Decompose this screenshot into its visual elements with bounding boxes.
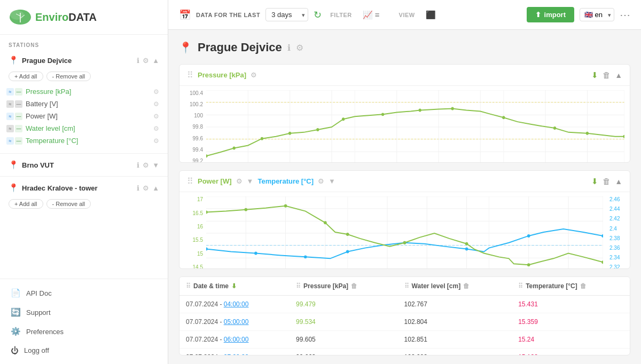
th-water: ⠿ Water level [cm] 🗑 bbox=[398, 277, 512, 296]
svg-point-26 bbox=[233, 146, 236, 149]
time-link-1[interactable]: 04:00:00 bbox=[224, 300, 249, 308]
drag-handle-temp-col[interactable]: ⠿ bbox=[518, 282, 523, 290]
view-icon-button[interactable]: ⬛ bbox=[426, 10, 436, 20]
power-chart-filter[interactable]: ▼ bbox=[247, 177, 254, 185]
power-temp-chart-svg bbox=[206, 196, 603, 269]
add-all-button-prague[interactable]: + Add all bbox=[9, 72, 43, 81]
api-doc-label: API Doc bbox=[26, 289, 52, 297]
time-link-2[interactable]: 05:00:00 bbox=[224, 318, 249, 326]
svg-point-29 bbox=[316, 128, 319, 131]
delete-icon-temp-col[interactable]: 🗑 bbox=[580, 282, 587, 290]
drag-handle-datetime[interactable]: ⠿ bbox=[186, 282, 191, 290]
station-item-hradec[interactable]: 📍 Hradec Kralove - tower ℹ ⚙ ▲ bbox=[0, 179, 168, 197]
date-text-1: 07.07.2024 - bbox=[186, 300, 224, 308]
logo-area: EnviroDATA bbox=[0, 0, 168, 35]
days-select[interactable]: 3 days 7 days 14 days 30 days bbox=[265, 8, 308, 21]
cell-date-3: 07.07.2024 - 06:00:00 bbox=[179, 331, 290, 349]
cell-pressure-3: 99.605 bbox=[290, 331, 398, 349]
page-info-icon[interactable]: ℹ bbox=[287, 43, 291, 53]
temp-chart-title: Temperature [°C] bbox=[257, 177, 314, 185]
gear-icon-power[interactable]: ⚙ bbox=[153, 113, 159, 120]
sensor-item-battery[interactable]: ≈ — Battery [V] ⚙ bbox=[0, 98, 168, 110]
temp-chart-filter[interactable]: ▼ bbox=[329, 177, 335, 185]
remove-all-button-hradec[interactable]: - Remove all bbox=[46, 199, 91, 209]
power-chart-gear[interactable]: ⚙ bbox=[236, 177, 243, 185]
footer-item-api-doc[interactable]: 📄 API Doc bbox=[0, 283, 168, 303]
filter-icons: 📈 ≡ bbox=[363, 10, 380, 20]
gear-icon-water[interactable]: ⚙ bbox=[153, 125, 159, 132]
sensor-item-water[interactable]: ≈ — Water level [cm] ⚙ bbox=[0, 122, 168, 134]
refresh-button[interactable]: ↻ bbox=[314, 9, 322, 21]
download-icon-datetime[interactable]: ⬇ bbox=[231, 282, 237, 290]
station-item-prague[interactable]: 📍 Prague Dejvice ℹ ⚙ ▲ bbox=[0, 51, 168, 69]
page-pin-icon: 📍 bbox=[179, 41, 192, 54]
drag-handle-pressure-col[interactable]: ⠿ bbox=[296, 282, 301, 290]
topbar-right: ⬆ import 🇬🇧 en 🇨🇿 cs 🇩🇪 de ⋯ bbox=[527, 7, 630, 22]
more-options-button[interactable]: ⋯ bbox=[620, 9, 630, 21]
pressure-download-button[interactable]: ⬇ bbox=[591, 70, 598, 80]
preferences-label: Preferences bbox=[26, 328, 64, 336]
table-body: 07.07.2024 - 04:00:00 99.479 102.767 15.… bbox=[179, 296, 630, 355]
delete-icon-pressure-col[interactable]: 🗑 bbox=[351, 282, 357, 290]
y-label-15: 15 bbox=[181, 251, 203, 257]
station-item-brno[interactable]: 📍 Brno VUT ℹ ⚙ ▼ bbox=[0, 156, 168, 174]
cell-temp-3: 15.24 bbox=[512, 331, 630, 349]
remove-all-button-prague[interactable]: - Remove all bbox=[46, 72, 91, 81]
gear-icon-prague[interactable]: ⚙ bbox=[143, 57, 149, 65]
gear-icon-brno[interactable]: ⚙ bbox=[143, 161, 149, 169]
gear-icon-battery[interactable]: ⚙ bbox=[153, 100, 159, 108]
svg-point-60 bbox=[346, 250, 349, 254]
pressure-chart-gear[interactable]: ⚙ bbox=[251, 71, 257, 79]
page-gear-icon[interactable]: ⚙ bbox=[296, 43, 303, 53]
footer-item-support[interactable]: 🔄 Support bbox=[0, 303, 168, 322]
gear-icon-temperature[interactable]: ⚙ bbox=[153, 137, 159, 145]
import-label: import bbox=[544, 11, 566, 19]
y-label-234: 2.34 bbox=[609, 255, 629, 260]
gear-icon-pressure[interactable]: ⚙ bbox=[153, 88, 159, 96]
cell-temp-1: 15.431 bbox=[512, 296, 630, 313]
sensor-item-pressure[interactable]: ≈ — Pressure [kPa] ⚙ bbox=[0, 85, 168, 98]
pin-icon-hradec: 📍 bbox=[9, 183, 19, 193]
import-button[interactable]: ⬆ import bbox=[527, 7, 574, 22]
th-temperature-label: Temperature [°C] bbox=[526, 282, 577, 290]
sensor-icons-pressure: ≈ — bbox=[6, 88, 22, 96]
power-temp-collapse-button[interactable]: ▲ bbox=[615, 177, 622, 186]
delete-icon-water-col[interactable]: 🗑 bbox=[463, 282, 470, 290]
topbar-center: FILTER 📈 ≡ VIEW ⬛ bbox=[330, 10, 518, 20]
y-label-992: 99.2 bbox=[181, 158, 203, 163]
time-link-4[interactable]: 07:00:00 bbox=[224, 353, 249, 355]
sensor-name-water: Water level [cm] bbox=[26, 124, 150, 132]
info-icon-prague[interactable]: ℹ bbox=[137, 57, 139, 65]
pressure-delete-button[interactable]: 🗑 bbox=[603, 70, 611, 80]
footer-item-loggoff[interactable]: ⏻ Logg off bbox=[0, 341, 168, 360]
page-header: 📍 Prague Dejvice ℹ ⚙ bbox=[179, 38, 630, 57]
lang-select[interactable]: 🇬🇧 en 🇨🇿 cs 🇩🇪 de bbox=[580, 8, 614, 21]
footer-item-preferences[interactable]: ⚙️ Preferences bbox=[0, 322, 168, 341]
gear-icon-hradec[interactable]: ⚙ bbox=[143, 184, 149, 192]
pin-icon-brno: 📍 bbox=[9, 160, 19, 170]
pressure-collapse-button[interactable]: ▲ bbox=[615, 71, 622, 80]
add-all-button-hradec[interactable]: + Add all bbox=[9, 199, 43, 209]
y-label-242: 2.42 bbox=[609, 216, 629, 221]
drag-handle-pressure[interactable]: ⠿ bbox=[187, 70, 193, 80]
th-datetime-label: Date & time bbox=[193, 282, 229, 290]
temp-chart-gear[interactable]: ⚙ bbox=[318, 177, 324, 185]
power-temp-download-button[interactable]: ⬇ bbox=[591, 177, 598, 186]
th-water-label: Water level [cm] bbox=[412, 282, 461, 290]
svg-point-69 bbox=[346, 233, 349, 236]
y-label-236: 2.36 bbox=[609, 245, 629, 251]
power-temp-chart-body: 17 16.5 16 15.5 15 14.5 2.46 2.44 2.42 2… bbox=[179, 192, 630, 269]
drag-handle-water-col[interactable]: ⠿ bbox=[404, 282, 409, 290]
sensor-item-power[interactable]: ≈ — Power [W] ⚙ bbox=[0, 110, 168, 122]
info-icon-hradec[interactable]: ℹ bbox=[137, 184, 139, 192]
sensor-name-pressure: Pressure [kPa] bbox=[26, 88, 150, 96]
import-icon: ⬆ bbox=[535, 11, 541, 19]
time-link-3[interactable]: 06:00:00 bbox=[224, 336, 249, 343]
filter-bar-icon[interactable]: ≡ bbox=[375, 10, 380, 20]
th-temperature: ⠿ Temperature [°C] 🗑 bbox=[512, 277, 630, 296]
filter-line-icon[interactable]: 📈 bbox=[363, 10, 373, 20]
sensor-item-temperature[interactable]: ≈ — Temperature [°C] ⚙ bbox=[0, 134, 168, 147]
drag-handle-power[interactable]: ⠿ bbox=[187, 176, 193, 186]
power-temp-delete-button[interactable]: 🗑 bbox=[603, 177, 611, 186]
info-icon-brno[interactable]: ℹ bbox=[137, 161, 139, 169]
